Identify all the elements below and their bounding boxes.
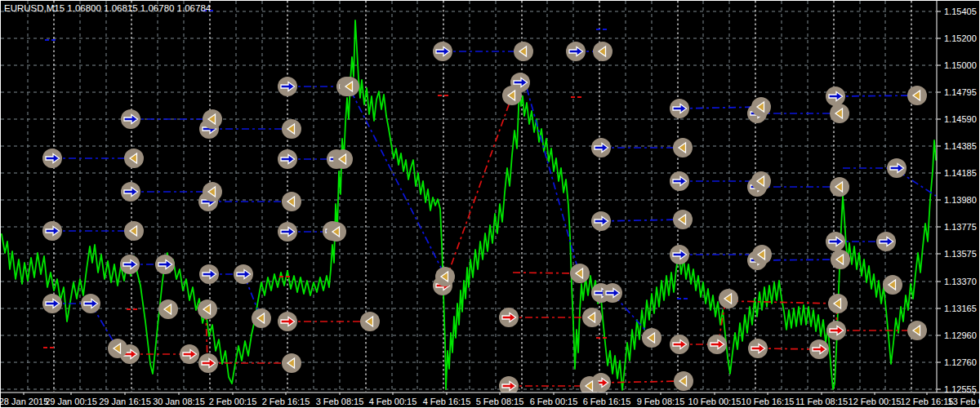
signal-marker-exit[interactable] bbox=[830, 104, 849, 123]
signal-marker-exit[interactable] bbox=[435, 267, 455, 286]
signal-marker-buy[interactable] bbox=[591, 138, 611, 157]
signal-marker-exit[interactable] bbox=[282, 119, 301, 139]
signal-marker-buy[interactable] bbox=[591, 211, 611, 231]
signal-marker-exit[interactable] bbox=[830, 177, 849, 197]
signal-marker-exit[interactable] bbox=[831, 250, 850, 269]
price-axis-label: 1.15200 bbox=[944, 33, 977, 43]
price-axis-label: 1.14795 bbox=[944, 87, 977, 97]
time-axis-label: 9 Feb 08:15 bbox=[637, 397, 685, 406]
signal-marker-buy[interactable] bbox=[199, 264, 219, 284]
signal-marker-exit[interactable] bbox=[203, 109, 222, 129]
signal-marker-exit[interactable] bbox=[282, 192, 301, 211]
price-axis-label: 1.14185 bbox=[944, 168, 977, 178]
signal-marker-sell[interactable] bbox=[180, 344, 199, 364]
signal-marker-buy[interactable] bbox=[433, 42, 452, 61]
time-axis-label: 2 Feb 16:15 bbox=[262, 397, 310, 406]
price-axis-label: 1.15000 bbox=[944, 60, 977, 70]
time-axis-label: 6 Feb 16:15 bbox=[583, 397, 631, 406]
price-axis-label: 1.13980 bbox=[944, 195, 977, 205]
signal-marker-exit[interactable] bbox=[907, 86, 927, 105]
signal-marker-exit[interactable] bbox=[514, 42, 533, 61]
signal-marker-buy[interactable] bbox=[120, 255, 140, 274]
signal-marker-buy[interactable] bbox=[670, 245, 689, 264]
signal-marker-buy[interactable] bbox=[887, 158, 906, 178]
signal-marker-exit[interactable] bbox=[198, 299, 217, 319]
time-axis-label: 29 Jan 16:15 bbox=[99, 397, 151, 406]
signal-marker-buy[interactable] bbox=[121, 109, 140, 129]
signal-marker-buy[interactable] bbox=[155, 255, 175, 274]
price-series-layer bbox=[2, 20, 936, 390]
axes-layer: 1.154051.152001.150001.147951.145901.143… bbox=[0, 0, 980, 408]
signal-marker-sell[interactable] bbox=[670, 335, 689, 354]
signal-marker-sell[interactable] bbox=[198, 353, 218, 373]
signal-connection-red bbox=[731, 301, 836, 304]
price-axis-label: 1.13165 bbox=[944, 304, 977, 313]
price-axis-label: 1.12555 bbox=[944, 384, 977, 394]
signal-marker-exit[interactable] bbox=[327, 222, 346, 242]
signal-marker-buy[interactable] bbox=[121, 182, 140, 202]
signal-marker-exit[interactable] bbox=[642, 328, 662, 348]
signal-marker-buy[interactable] bbox=[234, 264, 253, 284]
signal-marker-buy[interactable] bbox=[566, 42, 586, 61]
signal-marker-exit[interactable] bbox=[582, 308, 602, 327]
signal-markers-layer bbox=[42, 42, 927, 396]
signal-marker-exit[interactable] bbox=[674, 371, 693, 391]
signal-marker-exit[interactable] bbox=[570, 264, 590, 283]
signal-marker-exit[interactable] bbox=[333, 149, 353, 169]
signal-marker-exit[interactable] bbox=[673, 210, 693, 229]
signal-marker-exit[interactable] bbox=[124, 149, 144, 168]
signal-marker-sell[interactable] bbox=[278, 312, 297, 331]
signal-marker-buy[interactable] bbox=[876, 232, 896, 251]
signal-marker-buy[interactable] bbox=[826, 86, 845, 106]
time-axis-label: 2 Feb 00:15 bbox=[209, 397, 257, 406]
signal-marker-exit[interactable] bbox=[158, 299, 178, 319]
signal-marker-exit[interactable] bbox=[673, 138, 693, 157]
signal-marker-exit[interactable] bbox=[340, 77, 359, 96]
signal-connection-blue bbox=[92, 306, 116, 346]
time-axis-label: 29 Jan 00:15 bbox=[45, 397, 97, 406]
grid-layer bbox=[1, 1, 936, 392]
price-chart[interactable]: 1.154051.152001.150001.147951.145901.143… bbox=[0, 0, 980, 408]
signal-marker-exit[interactable] bbox=[751, 171, 771, 191]
signal-marker-sell[interactable] bbox=[826, 321, 846, 340]
signal-marker-exit[interactable] bbox=[883, 275, 902, 295]
signal-marker-buy[interactable] bbox=[278, 77, 297, 96]
signal-marker-buy[interactable] bbox=[278, 222, 297, 242]
signal-marker-exit[interactable] bbox=[252, 308, 271, 328]
signal-marker-sell[interactable] bbox=[707, 335, 727, 354]
signal-marker-buy[interactable] bbox=[826, 232, 845, 251]
signal-marker-buy[interactable] bbox=[278, 149, 297, 169]
signal-marker-buy[interactable] bbox=[670, 171, 689, 191]
chart-title: EURUSD,M15 1.06800 1.06815 1.06780 1.067… bbox=[4, 3, 212, 13]
signal-marker-exit[interactable] bbox=[124, 221, 144, 241]
time-axis-label: 12 Feb 16:15 bbox=[901, 397, 954, 406]
time-axis-label: 5 Feb 08:15 bbox=[476, 397, 524, 406]
signal-marker-buy[interactable] bbox=[670, 99, 689, 118]
signal-connection-red bbox=[601, 381, 682, 383]
signal-marker-exit[interactable] bbox=[907, 321, 927, 340]
signal-marker-sell[interactable] bbox=[809, 339, 829, 359]
signal-marker-buy[interactable] bbox=[42, 294, 62, 313]
signal-marker-buy[interactable] bbox=[42, 149, 62, 168]
signal-marker-exit[interactable] bbox=[752, 245, 772, 264]
signal-marker-exit[interactable] bbox=[360, 312, 380, 331]
signal-marker-exit[interactable] bbox=[719, 289, 738, 308]
signal-marker-sell[interactable] bbox=[748, 339, 768, 358]
signal-marker-sell[interactable] bbox=[499, 308, 519, 327]
signal-marker-exit[interactable] bbox=[828, 294, 848, 313]
signal-marker-exit[interactable] bbox=[502, 86, 522, 105]
signal-marker-exit[interactable] bbox=[108, 339, 127, 358]
time-axis-label: 28 Jan 2015 bbox=[0, 397, 48, 406]
signal-marker-exit[interactable] bbox=[203, 182, 222, 202]
signal-marker-buy[interactable] bbox=[42, 221, 62, 241]
price-axis-label: 1.14590 bbox=[944, 114, 977, 124]
signal-marker-buy[interactable] bbox=[81, 294, 100, 313]
signal-connection-blue bbox=[835, 95, 917, 96]
signal-marker-exit[interactable] bbox=[751, 97, 771, 117]
window-border bbox=[1, 1, 980, 408]
signal-marker-buy[interactable] bbox=[603, 283, 622, 303]
time-axis-label: 11 Feb 08:15 bbox=[795, 397, 848, 406]
price-axis-label: 1.12760 bbox=[944, 357, 977, 367]
signal-marker-exit[interactable] bbox=[282, 353, 301, 373]
signal-marker-exit[interactable] bbox=[593, 42, 612, 61]
